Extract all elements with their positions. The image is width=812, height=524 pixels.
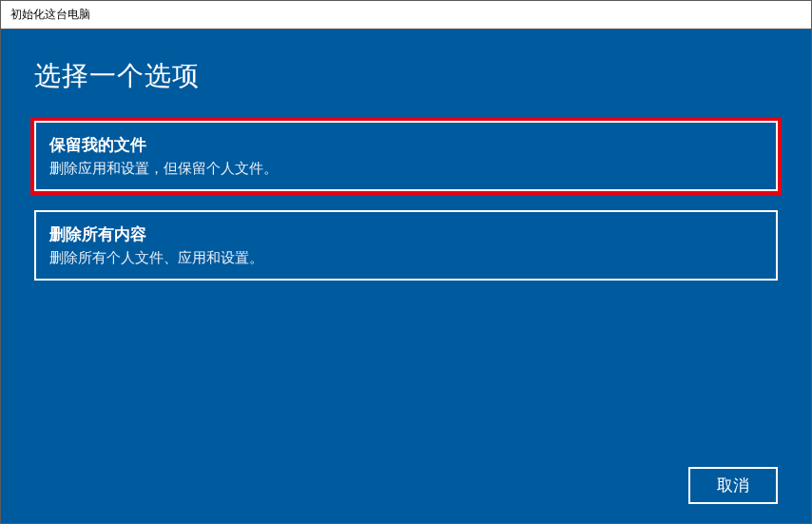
cancel-button[interactable]: 取消 [688, 467, 778, 504]
option-remove-everything[interactable]: 删除所有内容 删除所有个人文件、应用和设置。 [34, 210, 778, 281]
option-keep-files-title: 保留我的文件 [49, 134, 763, 156]
option-remove-everything-title: 删除所有内容 [49, 223, 763, 245]
titlebar: 初始化这台电脑 [1, 1, 811, 29]
page-heading: 选择一个选项 [34, 58, 778, 94]
reset-pc-dialog: 初始化这台电脑 选择一个选项 保留我的文件 删除应用和设置，但保留个人文件。 删… [0, 0, 812, 524]
option-remove-everything-desc: 删除所有个人文件、应用和设置。 [49, 249, 763, 267]
option-keep-files-desc: 删除应用和设置，但保留个人文件。 [49, 160, 763, 178]
dialog-footer: 取消 [34, 467, 778, 504]
option-keep-files[interactable]: 保留我的文件 删除应用和设置，但保留个人文件。 [34, 121, 778, 191]
window-title: 初始化这台电脑 [10, 7, 90, 23]
dialog-content: 选择一个选项 保留我的文件 删除应用和设置，但保留个人文件。 删除所有内容 删除… [1, 29, 811, 523]
